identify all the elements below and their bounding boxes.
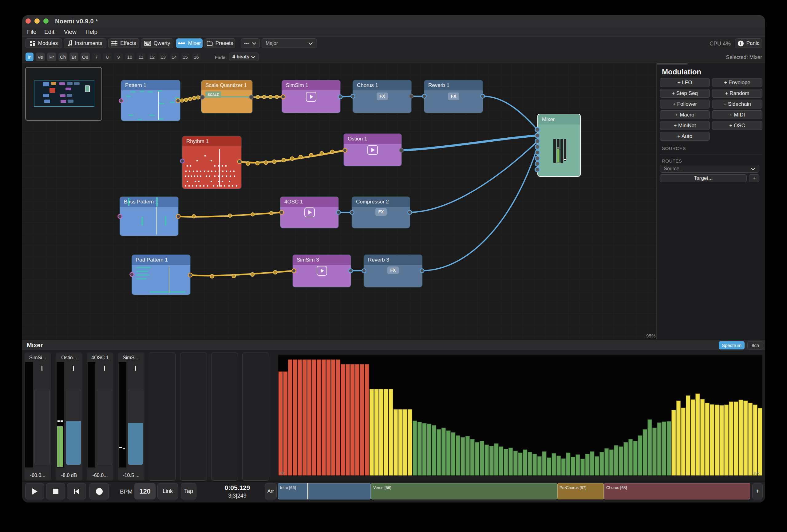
svg-text:40: 40: [279, 471, 284, 475]
svg-text:18k: 18k: [753, 471, 760, 475]
